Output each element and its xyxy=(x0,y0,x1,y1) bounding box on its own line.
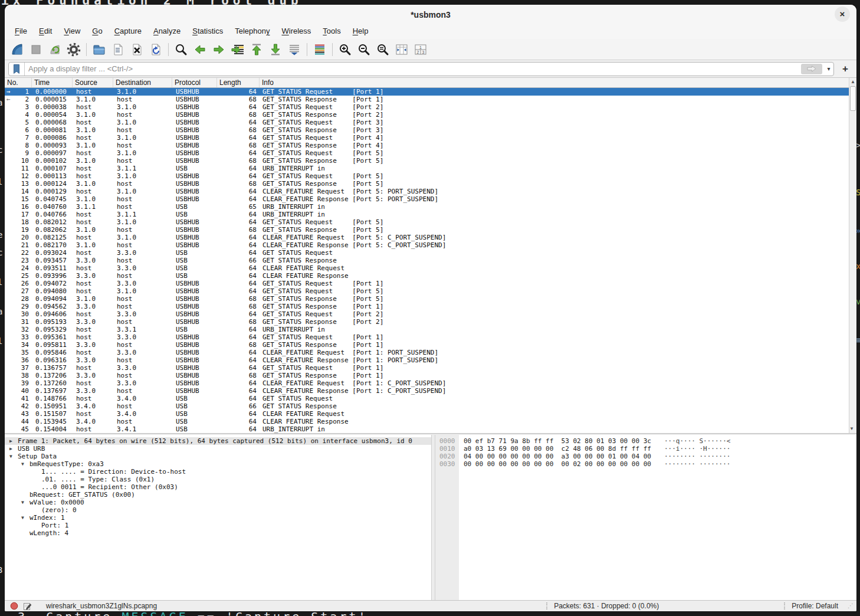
go-back-button[interactable] xyxy=(191,41,209,58)
start-capture-button[interactable] xyxy=(8,41,27,58)
hex-row[interactable]: 002004 00 00 00 00 00 00 00 a3 00 00 00 … xyxy=(435,453,856,460)
detail-tree-item[interactable]: ▼Setup Data xyxy=(5,453,431,460)
restart-capture-button[interactable] xyxy=(45,41,64,58)
auto-scroll-button[interactable] xyxy=(285,41,304,58)
collapse-arrow-icon[interactable]: ▼ xyxy=(21,460,24,468)
packet-row-5[interactable]: 50.000068host3.1.0USBHUB64GET_STATUS Req… xyxy=(5,119,849,126)
capture-options-button[interactable] xyxy=(64,41,83,58)
hex-row[interactable]: 003000 00 00 00 00 00 00 00 00 02 00 00 … xyxy=(435,460,856,468)
menu-item-go[interactable]: Go xyxy=(86,24,108,39)
collapse-arrow-icon[interactable]: ▼ xyxy=(9,453,12,460)
packet-row-11[interactable]: 110.000107host3.1.1USB64URB_INTERRUPT in xyxy=(5,165,849,172)
detail-tree-item[interactable]: 1... .... = Direction: Device-to-host xyxy=(5,468,431,476)
packet-row-36[interactable]: 360.0963163.3.0hostUSBHUB64CLEAR_FEATURE… xyxy=(5,356,849,364)
colorize-button[interactable] xyxy=(310,41,329,58)
packet-row-16[interactable]: 160.0407603.1.1hostUSB65URB_INTERRUPT in xyxy=(5,203,849,211)
go-forward-button[interactable] xyxy=(209,41,228,58)
detail-tree-item[interactable]: ▼wIndex: 1 xyxy=(5,514,431,522)
detail-tree-item[interactable]: .01. .... = Type: Class (0x1) xyxy=(5,476,431,483)
scrollbar-thumb[interactable] xyxy=(850,86,856,111)
menu-item-edit[interactable]: Edit xyxy=(33,24,58,39)
menu-item-view[interactable]: View xyxy=(58,24,86,39)
menu-item-file[interactable]: File xyxy=(9,24,33,39)
detail-tree-item[interactable]: Port: 1 xyxy=(5,522,431,529)
packet-row-37[interactable]: 370.136757host3.3.0USBHUB64GET_STATUS Re… xyxy=(5,364,849,372)
expand-arrow-icon[interactable]: ▶ xyxy=(9,445,12,453)
detail-tree-item[interactable]: ...0 0011 = Recipient: Other (0x03) xyxy=(5,483,431,491)
detail-tree-item[interactable]: ▼wValue: 0x0000 xyxy=(5,499,431,506)
detail-tree-item[interactable]: (zero): 0 xyxy=(5,506,431,514)
scroll-up-arrow-icon[interactable]: ▲ xyxy=(849,78,856,86)
expert-info-button[interactable] xyxy=(10,602,18,610)
detail-tree-item[interactable]: bRequest: GET_STATUS (0x00) xyxy=(5,491,431,499)
packet-row-13[interactable]: 130.0001243.1.0hostUSBHUB68GET_STATUS Re… xyxy=(5,180,849,188)
packet-row-41[interactable]: 410.148766host3.4.0USB64GET STATUS Reque… xyxy=(5,395,849,402)
packet-row-39[interactable]: 390.137260host3.3.0USBHUB64CLEAR_FEATURE… xyxy=(5,379,849,387)
go-to-packet-button[interactable] xyxy=(228,41,247,58)
packet-row-34[interactable]: 340.0958113.3.0hostUSBHUB68GET_STATUS Re… xyxy=(5,341,849,349)
collapse-arrow-icon[interactable]: ▼ xyxy=(21,499,24,506)
menu-item-tools[interactable]: Tools xyxy=(317,24,346,39)
packet-row-32[interactable]: 320.095329host3.3.1USB64URB_INTERRUPT in xyxy=(5,326,849,333)
zoom-in-button[interactable] xyxy=(336,41,354,58)
expand-arrow-icon[interactable]: ▶ xyxy=(9,437,12,445)
column-header-time[interactable]: Time xyxy=(32,78,73,87)
packet-row-28[interactable]: 280.0940943.1.0hostUSBHUB68GET_STATUS Re… xyxy=(5,295,849,303)
column-header-length[interactable]: Length xyxy=(217,78,260,87)
filter-dropdown-caret[interactable]: ▾ xyxy=(824,65,833,72)
packet-row-42[interactable]: 420.1509513.4.0hostUSB66GET STATUS Respo… xyxy=(5,402,849,410)
detail-tree-item[interactable]: ▶Frame 1: Packet, 64 bytes on wire (512 … xyxy=(5,437,431,445)
column-header-info[interactable]: Info xyxy=(260,78,849,87)
column-header-destination[interactable]: Destination xyxy=(113,78,172,87)
packet-row-40[interactable]: 400.1376973.3.0hostUSBHUB64CLEAR_FEATURE… xyxy=(5,387,849,395)
filter-bookmark-button[interactable] xyxy=(9,63,25,76)
apply-filter-button[interactable] xyxy=(801,64,822,74)
menu-item-capture[interactable]: Capture xyxy=(109,24,147,39)
menu-item-telephony[interactable]: Telephony xyxy=(229,24,275,39)
close-file-button[interactable] xyxy=(127,41,146,58)
packet-row-24[interactable]: 240.093511host3.3.0USB64CLEAR FEATURE Re… xyxy=(5,264,849,272)
detail-tree-item[interactable]: ▶USB URB xyxy=(5,445,431,453)
column-header-source[interactable]: Source xyxy=(73,78,113,87)
packet-row-9[interactable]: 90.000097host3.1.0USBHUB64GET_STATUS Req… xyxy=(5,149,849,157)
packet-row-6[interactable]: 60.0000813.1.0hostUSBHUB68GET_STATUS Res… xyxy=(5,126,849,134)
profile-selector[interactable]: Profile: Default xyxy=(785,602,848,610)
pane-vertical-splitter[interactable] xyxy=(431,435,435,600)
packet-row-27[interactable]: 270.094080host3.1.0USBHUB64GET_STATUS Re… xyxy=(5,287,849,295)
column-123-button[interactable]: 123 xyxy=(411,41,430,58)
zoom-reset-button[interactable] xyxy=(373,41,392,58)
packet-list-scrollbar[interactable]: ▲ ▼ xyxy=(849,78,856,433)
packet-row-4[interactable]: 40.0000543.1.0hostUSBHUB68GET_STATUS Res… xyxy=(5,111,849,119)
packet-row-2[interactable]: 2←0.0000153.1.0hostUSBHUB68GET_STATUS Re… xyxy=(5,96,849,103)
packet-row-7[interactable]: 70.000086host3.1.0USBHUB64GET_STATUS Req… xyxy=(5,134,849,142)
save-file-button[interactable] xyxy=(109,41,127,58)
packet-row-18[interactable]: 180.082012host3.1.0USBHUB64GET_STATUS Re… xyxy=(5,218,849,226)
go-first-button[interactable] xyxy=(247,41,266,58)
packet-row-19[interactable]: 190.0820623.1.0hostUSBHUB68GET_STATUS Re… xyxy=(5,226,849,234)
packet-row-26[interactable]: 260.094072host3.3.0USBHUB64GET_STATUS Re… xyxy=(5,280,849,287)
column-header-no[interactable]: No. xyxy=(5,78,32,87)
resize-grip[interactable]: ⋰ xyxy=(848,602,855,610)
find-packet-button[interactable] xyxy=(172,41,191,58)
packet-row-23[interactable]: 230.0934573.3.0hostUSB66GET STATUS Respo… xyxy=(5,257,849,264)
column-header-protocol[interactable]: Protocol xyxy=(172,78,217,87)
menu-item-statistics[interactable]: Statistics xyxy=(186,24,229,39)
close-window-button[interactable]: × xyxy=(835,6,850,22)
packet-row-1[interactable]: 1→0.000000host3.1.0USBHUB64GET_STATUS Re… xyxy=(5,88,849,96)
packet-row-38[interactable]: 380.1372063.3.0hostUSBHUB68GET_STATUS Re… xyxy=(5,372,849,379)
packet-row-22[interactable]: 220.093024host3.3.0USB64GET STATUS Reque… xyxy=(5,249,849,257)
hex-row[interactable]: 000000 ef b7 71 9a 8b ff ff 53 02 80 01 … xyxy=(435,437,856,445)
title-bar[interactable]: *usbmon3 × xyxy=(5,5,856,24)
display-filter-input[interactable] xyxy=(25,64,801,73)
packet-row-14[interactable]: 140.000129host3.1.0USBHUB64CLEAR_FEATURE… xyxy=(5,188,849,195)
packet-row-35[interactable]: 350.095846host3.3.0USBHUB64CLEAR_FEATURE… xyxy=(5,349,849,356)
menu-item-help[interactable]: Help xyxy=(347,24,375,39)
packet-row-45[interactable]: 450.154004host3.4.1USB64URB_INTERRUPT in xyxy=(5,425,849,433)
reload-file-button[interactable] xyxy=(146,41,165,58)
packet-row-30[interactable]: 300.094606host3.3.0USBHUB64GET_STATUS Re… xyxy=(5,310,849,318)
packet-row-12[interactable]: 120.000113host3.1.0USBHUB64GET_STATUS Re… xyxy=(5,172,849,180)
zoom-out-button[interactable] xyxy=(354,41,373,58)
packet-row-31[interactable]: 310.0951933.3.0hostUSBHUB68GET_STATUS Re… xyxy=(5,318,849,326)
menu-item-wireless[interactable]: Wireless xyxy=(276,24,317,39)
add-filter-button[interactable]: + xyxy=(838,63,853,75)
